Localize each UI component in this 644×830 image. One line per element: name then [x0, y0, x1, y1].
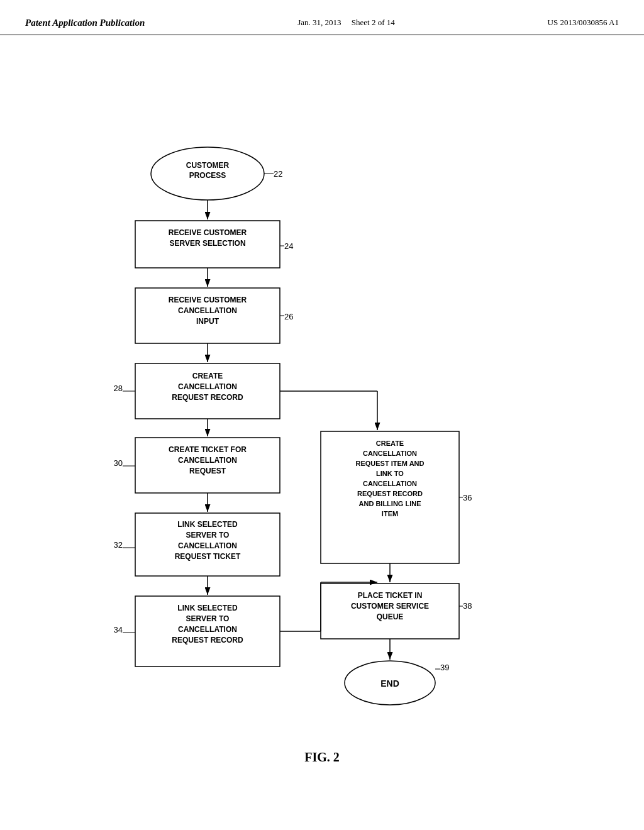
tag-36: 36 [463, 493, 472, 502]
rci-label3: INPUT [196, 317, 219, 326]
rci-label2: CANCELLATION [178, 306, 237, 315]
tag-28: 28 [114, 384, 123, 393]
rss-label1: RECEIVE CUSTOMER [169, 228, 247, 237]
page-header: Patent Application Publication Jan. 31, … [0, 0, 644, 35]
lst-label3: CANCELLATION [178, 541, 237, 550]
tag-32: 32 [114, 540, 123, 550]
customer-process-label: CUSTOMER [186, 161, 230, 170]
ptq-label1: PLACE TICKET IN [358, 591, 423, 600]
cci-label7: AND BILLING LINE [359, 500, 421, 507]
ptq-label2: CUSTOMER SERVICE [351, 602, 429, 611]
ct-label1: CREATE TICKET FOR [169, 445, 247, 454]
cci-label3: REQUEST ITEM AND [356, 460, 425, 467]
date-sheet-label: Jan. 31, 2013 Sheet 2 of 14 [297, 18, 395, 28]
tag-24: 24 [284, 241, 293, 251]
ccr-label1: CREATE [192, 372, 223, 380]
cci-label4: LINK TO [376, 470, 404, 477]
lsr-label1: LINK SELECTED [177, 604, 238, 612]
tag-22: 22 [274, 169, 282, 179]
flowchart-svg: CUSTOMER PROCESS 22 RECEIVE CUSTOMER SER… [0, 35, 644, 777]
patent-number-label: US 2013/0030856 A1 [548, 18, 619, 28]
tag-30: 30 [114, 458, 123, 468]
rci-label1: RECEIVE CUSTOMER [169, 296, 247, 304]
ct-label3: REQUEST [189, 467, 226, 475]
cci-label2: CANCELLATION [363, 450, 417, 457]
lst-label1: LINK SELECTED [177, 520, 238, 529]
ccr-label3: REQUEST RECORD [172, 393, 243, 402]
tag-39: 39 [440, 663, 449, 672]
ptq-label3: QUEUE [377, 612, 404, 621]
cci-label1: CREATE [376, 440, 404, 447]
lst-label4: REQUEST TICKET [175, 552, 241, 561]
lsr-label3: CANCELLATION [178, 625, 237, 634]
lsr-label4: REQUEST RECORD [172, 636, 243, 645]
rss-label2: SERVER SELECTION [169, 239, 245, 248]
ccr-label2: CANCELLATION [178, 382, 237, 391]
customer-process-label2: PROCESS [189, 171, 226, 180]
publication-label: Patent Application Publication [25, 18, 145, 28]
figure-label: FIG. 2 [304, 750, 340, 765]
end-label: END [380, 678, 399, 689]
cci-label5: CANCELLATION [363, 480, 417, 487]
tag-34: 34 [114, 625, 123, 634]
ct-label2: CANCELLATION [178, 456, 237, 465]
cci-label8: ITEM [382, 510, 398, 517]
lsr-label2: SERVER TO [186, 614, 230, 623]
tag-38: 38 [463, 601, 472, 611]
lst-label2: SERVER TO [186, 531, 230, 540]
diagram-area: CUSTOMER PROCESS 22 RECEIVE CUSTOMER SER… [0, 35, 644, 777]
tag-26: 26 [284, 312, 293, 321]
cci-label6: REQUEST RECORD [357, 490, 423, 497]
